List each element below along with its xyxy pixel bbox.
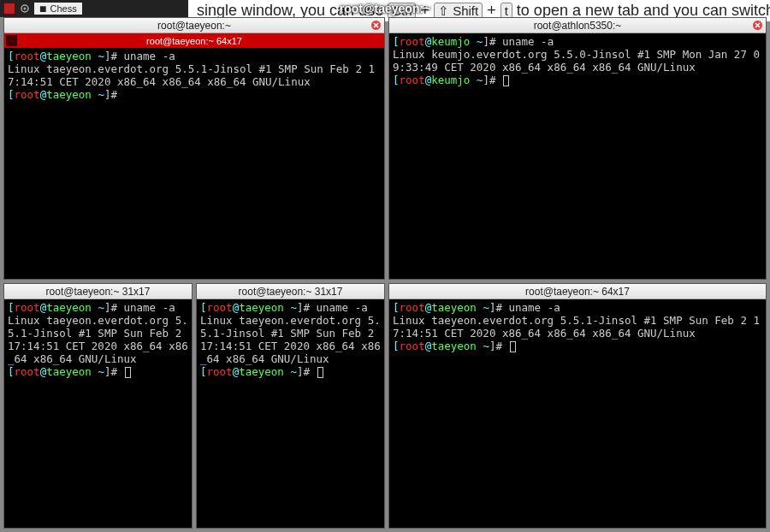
cursor-icon (125, 367, 131, 378)
prompt-user: root (15, 301, 40, 314)
bg-text-suffix: to open a new tab and you can switch bet… (512, 2, 770, 19)
output-line: Linux taeyeon.everdot.org 5.5.1-Jinsol #… (8, 62, 375, 88)
bracket: [ (393, 301, 400, 314)
bullet-icon: ■ (39, 4, 46, 13)
titlebar[interactable]: root@taeyeon:~ 31x17 (197, 284, 384, 299)
terminal-output[interactable]: [root@taeyeon ~]# uname -a Linux taeyeon… (389, 299, 766, 528)
bracket: [ (393, 340, 400, 352)
prompt-end: ]# (297, 365, 317, 378)
terminal-grid: root@taeyeon:~ root@taeyeon:~ 64x17 [roo… (3, 17, 767, 529)
svg-point-1 (24, 8, 27, 10)
bracket: [ (8, 365, 15, 378)
window-title: root@taeyeon:~ 31x17 (46, 286, 151, 298)
bg-plus2: + (483, 2, 500, 19)
command: uname -a (317, 301, 368, 314)
cursor-icon (510, 341, 516, 352)
terminal-window-bottom-right[interactable]: root@taeyeon:~ 64x17 [root@taeyeon ~]# u… (388, 283, 767, 529)
prompt-user: root (400, 74, 425, 86)
command: uname -a (509, 301, 560, 314)
prompt-host: keumjo (431, 35, 470, 48)
command: uname -a (124, 50, 175, 62)
prompt-end: ]# (297, 301, 317, 314)
window-title: root@athlon5350:~ (534, 20, 622, 32)
terminal-window-top-right[interactable]: root@athlon5350:~ [root@keumjo ~]# uname… (388, 17, 767, 280)
taskbar: ■ Chess (0, 0, 188, 17)
bracket: [ (200, 301, 207, 314)
close-icon[interactable] (752, 20, 763, 31)
window-title: root@taeyeon:~ (157, 20, 231, 32)
bracket: [ (393, 35, 400, 48)
tab-label: root@taeyeon:~ 64x17 (146, 36, 242, 46)
prompt-path: ~ (477, 301, 489, 314)
taskbar-item-label: Chess (50, 3, 76, 14)
prompt-path: ~ (92, 50, 104, 62)
prompt-host: keumjo (431, 74, 470, 86)
prompt-end: ]# (104, 301, 124, 314)
bracket: [ (8, 88, 15, 101)
desktop: single window, you can use Ctrl + ⇧ Shif… (0, 0, 770, 532)
active-window-title: root@taeyeon:~ (340, 2, 431, 15)
terminal-window-top-left[interactable]: root@taeyeon:~ root@taeyeon:~ 64x17 [roo… (3, 17, 385, 280)
output-line: Linux taeyeon.everdot.org 5.5.1-Jinsol #… (393, 314, 760, 340)
terminal-tab-icon (6, 35, 17, 46)
command: uname -a (124, 301, 175, 314)
prompt-user: root (15, 50, 40, 62)
prompt-end: ]# (483, 35, 502, 48)
terminal-output[interactable]: [root@taeyeon ~]# uname -a Linux taeyeon… (197, 299, 384, 528)
prompt-host: taeyeon (46, 88, 92, 101)
prompt-user: root (400, 35, 425, 48)
bracket: [ (393, 74, 400, 86)
prompt-host: taeyeon (239, 301, 284, 314)
prompt-user: root (207, 301, 233, 314)
bracket: [ (8, 301, 15, 314)
prompt-path: ~ (92, 88, 104, 101)
window-title: root@taeyeon:~ 31x17 (239, 286, 343, 298)
prompt-path: ~ (470, 35, 483, 48)
prompt-host: taeyeon (46, 50, 92, 62)
prompt-end: ]# (104, 88, 124, 101)
prompt-user: root (207, 365, 233, 378)
prompt-end: ]# (489, 301, 509, 314)
launcher-icon[interactable] (3, 3, 15, 15)
prompt-user: root (15, 88, 40, 101)
titlebar[interactable]: root@taeyeon:~ 64x17 (389, 284, 766, 299)
terminal-window-bottom-left[interactable]: root@taeyeon:~ 31x17 [root@taeyeon ~]# u… (3, 283, 192, 529)
titlebar[interactable]: root@athlon5350:~ (389, 18, 766, 33)
window-title: root@taeyeon:~ 64x17 (525, 286, 630, 298)
bracket: [ (200, 365, 207, 378)
bracket: [ (8, 50, 15, 62)
prompt-end: ]# (104, 365, 124, 378)
command: uname -a (502, 35, 554, 48)
terminal-output[interactable]: [root@taeyeon ~]# uname -a Linux taeyeon… (4, 48, 384, 279)
prompt-end: ]# (483, 74, 502, 86)
prompt-end: ]# (489, 340, 509, 352)
prompt-host: taeyeon (431, 340, 477, 352)
prompt-path: ~ (92, 301, 104, 314)
terminal-output[interactable]: [root@keumjo ~]# uname -a Linux keumjo.e… (389, 33, 766, 279)
terminal-window-bottom-mid[interactable]: root@taeyeon:~ 31x17 [root@taeyeon ~]# u… (196, 283, 385, 529)
prompt-user: root (400, 301, 425, 314)
output-line: Linux taeyeon.everdot.org 5.5.1-Jinsol #… (8, 314, 188, 365)
terminal-output[interactable]: [root@taeyeon ~]# uname -a Linux taeyeon… (4, 299, 192, 528)
prompt-host: taeyeon (431, 301, 477, 314)
tab-active[interactable]: root@taeyeon:~ 64x17 (4, 33, 384, 48)
prompt-path: ~ (92, 365, 104, 378)
cursor-icon (317, 367, 323, 378)
settings-icon[interactable] (19, 3, 31, 15)
prompt-path: ~ (477, 340, 489, 352)
prompt-user: root (15, 365, 40, 378)
prompt-path: ~ (470, 74, 483, 86)
prompt-end: ]# (104, 50, 124, 62)
titlebar[interactable]: root@taeyeon:~ (4, 18, 384, 33)
close-icon[interactable] (370, 20, 382, 31)
prompt-host: taeyeon (46, 365, 92, 378)
prompt-path: ~ (284, 301, 297, 314)
prompt-host: taeyeon (239, 365, 284, 378)
prompt-host: taeyeon (46, 301, 92, 314)
titlebar[interactable]: root@taeyeon:~ 31x17 (4, 284, 192, 299)
output-line: Linux keumjo.everdot.org 5.5.0-Jinsol #1… (393, 48, 760, 74)
prompt-path: ~ (284, 365, 297, 378)
taskbar-item-chess[interactable]: ■ Chess (34, 3, 82, 15)
prompt-user: root (400, 340, 425, 352)
output-line: Linux taeyeon.everdot.org 5.5.1-Jinsol #… (200, 314, 381, 365)
